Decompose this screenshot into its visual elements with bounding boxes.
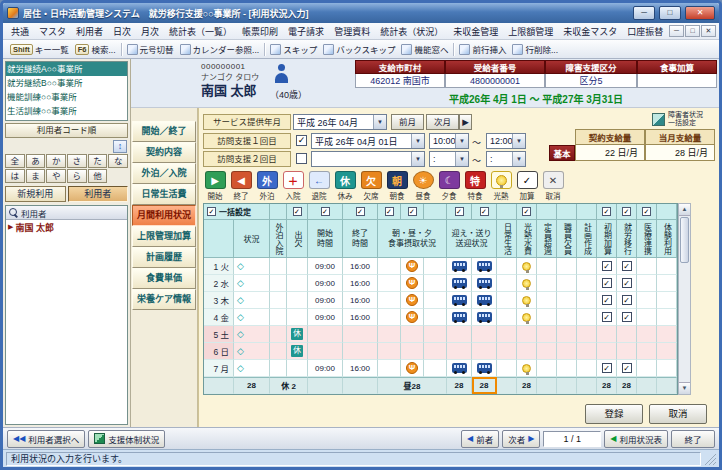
column-checkbox[interactable]: ✓ (455, 207, 464, 216)
status-cell[interactable]: ◇ (234, 343, 270, 360)
toolbar-button-6[interactable]: バックスキップ (320, 42, 398, 56)
breakfast-cell[interactable] (378, 326, 401, 343)
utility-cell[interactable] (517, 258, 537, 275)
facility-item-2[interactable]: 就労継続B○○事業所 (6, 76, 127, 90)
column-checkbox[interactable]: ✓ (321, 207, 330, 216)
service-month-select[interactable]: 平成 26年 04月 ▼ (293, 114, 387, 130)
nav-item-1[interactable]: 開始／終了 (132, 121, 196, 142)
stamp-absent[interactable]: 欠欠席 (358, 171, 384, 201)
nav-item-5[interactable]: 月間利用状況 (132, 205, 196, 226)
chevron-down-icon[interactable]: ▼ (512, 134, 525, 148)
column-check-cell[interactable]: ✓ (401, 204, 424, 220)
menu-item-4[interactable]: 日次 (108, 24, 136, 39)
plan-cell[interactable] (577, 292, 597, 309)
support-status-button[interactable]: 支援体制状況 (88, 430, 165, 448)
start-time-cell[interactable]: 09:00 (308, 258, 343, 275)
utility-cell[interactable] (517, 309, 537, 326)
toolbar-button-1[interactable]: Shiftキー一覧 (7, 42, 72, 56)
column-check-cell[interactable]: ✓ (447, 204, 472, 220)
employment-cell[interactable] (617, 326, 637, 343)
close-icon[interactable]: ✕ (685, 6, 715, 20)
next-month-button[interactable]: 次月 (426, 114, 459, 130)
trial-cell[interactable] (657, 326, 677, 343)
menu-item-14[interactable]: 口座振替 (622, 24, 668, 39)
facility-item-1[interactable]: 就労継続A○○事業所 (6, 62, 127, 76)
day-cell[interactable]: 2 水 (204, 275, 234, 292)
breakfast-cell[interactable] (378, 309, 401, 326)
breakfast-cell[interactable] (378, 275, 401, 292)
pickup-cell[interactable] (447, 360, 472, 377)
plan-cell[interactable] (577, 343, 597, 360)
over-capacity-cell[interactable] (537, 275, 557, 292)
menu-item-9[interactable]: 管理資料 (329, 24, 375, 39)
status-cell[interactable]: ◇ (234, 309, 270, 326)
plan-cell[interactable] (577, 258, 597, 275)
kana-key-10[interactable]: ら (67, 169, 87, 183)
toolbar-button-9[interactable]: 行削除... (509, 42, 561, 56)
chevron-down-icon[interactable]: ▼ (455, 134, 468, 148)
employment-cell[interactable] (617, 343, 637, 360)
toolbar-button-2[interactable]: F6検索... (72, 42, 119, 56)
staff-shortage-cell[interactable] (557, 326, 577, 343)
resize-grip-icon[interactable] (703, 452, 716, 465)
menu-item-11[interactable]: 未収金管理 (448, 24, 503, 39)
employment-cell[interactable]: ✓ (617, 292, 637, 309)
kana-key-9[interactable]: や (46, 169, 66, 183)
plan-cell[interactable] (577, 275, 597, 292)
initial-addon-cell[interactable] (597, 343, 617, 360)
dropoff-cell[interactable] (472, 292, 497, 309)
daily-life-cell[interactable] (497, 258, 517, 275)
start-time-cell[interactable]: 09:00 (308, 309, 343, 326)
toolbar-button-4[interactable]: カレンダー参照... (177, 42, 263, 56)
mdi-close-icon[interactable]: ✕ (701, 25, 716, 37)
usage-sheet-button[interactable]: ◀ 利用状況表 (604, 430, 668, 448)
visit1-date-select[interactable]: 平成 26年 04月 01日 ▼ (311, 133, 425, 149)
stamp-start[interactable]: ▶開始 (202, 171, 228, 201)
attend-cell[interactable] (287, 292, 308, 309)
kana-key-5[interactable]: た (88, 154, 108, 168)
mdi-minimize-icon[interactable]: ─ (669, 25, 684, 37)
column-checkbox[interactable]: ✓ (602, 207, 611, 216)
day-cell[interactable]: 4 金 (204, 309, 234, 326)
breakfast-cell[interactable] (378, 343, 401, 360)
daily-life-cell[interactable] (497, 292, 517, 309)
day-cell[interactable]: 3 木 (204, 292, 234, 309)
column-check-cell[interactable]: ✓ (637, 204, 657, 220)
overnight-cell[interactable] (270, 309, 287, 326)
start-time-cell[interactable] (308, 343, 343, 360)
day-cell[interactable]: 1 火 (204, 258, 234, 275)
daily-life-cell[interactable] (497, 343, 517, 360)
chevron-down-icon[interactable]: ▼ (455, 152, 468, 166)
over-capacity-cell[interactable] (537, 258, 557, 275)
medical-cell[interactable] (637, 292, 657, 309)
pickup-cell[interactable] (447, 343, 472, 360)
visit2-date-select[interactable]: ▼ (311, 151, 425, 167)
over-capacity-cell[interactable] (537, 360, 557, 377)
column-check-cell[interactable]: ✓ (378, 204, 401, 220)
column-check-cell[interactable]: ✓ (308, 204, 343, 220)
visit2-checkbox[interactable] (296, 153, 307, 164)
start-time-cell[interactable]: 09:00 (308, 292, 343, 309)
attend-cell[interactable] (287, 258, 308, 275)
dinner-cell[interactable] (424, 343, 447, 360)
initial-addon-cell[interactable]: ✓ (597, 275, 617, 292)
stamp-dinner[interactable]: ☾夕食 (436, 171, 462, 201)
staff-shortage-cell[interactable] (557, 343, 577, 360)
attend-cell[interactable] (287, 275, 308, 292)
trial-cell[interactable] (657, 343, 677, 360)
stamp-overnight[interactable]: 外外泊 (254, 171, 280, 201)
nav-item-6[interactable]: 上限管理加算 (132, 226, 196, 247)
kana-key-11[interactable]: 他 (88, 169, 108, 183)
overnight-cell[interactable] (270, 258, 287, 275)
facility-item-4[interactable]: 生活訓練○○事業所 (6, 104, 127, 118)
toolbar-button-7[interactable]: 機能窓へ (398, 42, 451, 56)
column-checkbox[interactable]: ✓ (480, 207, 489, 216)
kana-key-2[interactable]: あ (26, 154, 46, 168)
visit1-checkbox[interactable]: ✓ (296, 135, 307, 146)
column-check-cell[interactable]: ✓ (343, 204, 378, 220)
initial-addon-cell[interactable]: ✓ (597, 309, 617, 326)
sort-order-icon[interactable]: ↕ (113, 140, 127, 153)
menu-item-2[interactable]: マスタ (34, 24, 71, 39)
dinner-cell[interactable] (424, 326, 447, 343)
lunch-cell[interactable]: Ψ (401, 292, 424, 309)
